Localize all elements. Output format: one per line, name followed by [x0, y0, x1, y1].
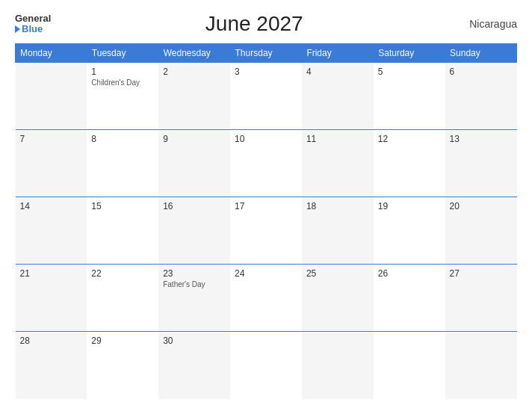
day-number: 5	[378, 67, 441, 77]
day-number: 27	[450, 268, 513, 279]
weekday-sunday: Sunday	[445, 44, 517, 63]
calendar-cell: 5	[374, 63, 445, 130]
day-number: 26	[378, 268, 441, 279]
day-number: 6	[450, 67, 513, 77]
day-number: 13	[450, 134, 513, 144]
calendar-cell: 30	[158, 332, 230, 399]
day-number: 15	[91, 201, 154, 211]
calendar-cell: 23Father's Day	[158, 265, 230, 332]
calendar-cell	[374, 332, 445, 399]
calendar-cell: 12	[374, 130, 445, 197]
day-number: 18	[306, 201, 369, 211]
calendar-cell: 2	[158, 63, 230, 130]
weekday-tuesday: Tuesday	[87, 44, 158, 63]
calendar-cell: 14	[16, 197, 87, 265]
weekday-monday: Monday	[16, 44, 87, 63]
calendar-cell: 15	[87, 197, 158, 265]
calendar-cell: 19	[374, 197, 445, 265]
weekday-thursday: Thursday	[230, 44, 302, 63]
day-number: 29	[91, 336, 154, 346]
calendar-cell: 29	[87, 332, 158, 399]
calendar-cell	[302, 332, 374, 399]
calendar-cell: 4	[302, 63, 374, 130]
logo-triangle-icon	[15, 25, 20, 33]
calendar-cell: 9	[158, 130, 230, 197]
logo-general-text: General	[15, 13, 51, 23]
calendar-body: 1Children's Day2345678910111213141516171…	[16, 63, 517, 400]
day-number: 24	[235, 268, 297, 279]
calendar-cell: 13	[445, 130, 517, 197]
calendar-cell: 6	[445, 63, 517, 130]
calendar-cell: 21	[16, 265, 87, 332]
day-number: 25	[306, 268, 369, 279]
weekday-saturday: Saturday	[374, 44, 445, 63]
week-row-2: 78910111213	[16, 130, 517, 197]
weekday-wednesday: Wednesday	[158, 44, 230, 63]
day-number: 30	[163, 336, 226, 346]
day-number: 1	[91, 67, 154, 77]
calendar-cell: 7	[16, 130, 87, 197]
calendar-cell: 1Children's Day	[87, 63, 158, 130]
week-row-4: 212223Father's Day24252627	[16, 265, 517, 332]
calendar-cell	[445, 332, 517, 399]
calendar-cell: 17	[230, 197, 302, 265]
day-event: Children's Day	[91, 78, 154, 87]
calendar-cell: 20	[445, 197, 517, 265]
calendar-cell: 3	[230, 63, 302, 130]
calendar-cell: 24	[230, 265, 302, 332]
calendar-header: MondayTuesdayWednesdayThursdayFridaySatu…	[16, 44, 517, 63]
day-number: 11	[306, 134, 369, 144]
day-number: 28	[20, 336, 83, 346]
calendar-cell: 27	[445, 265, 517, 332]
day-number: 3	[235, 67, 297, 77]
day-number: 17	[235, 201, 297, 211]
day-number: 10	[235, 134, 297, 144]
calendar-cell: 25	[302, 265, 374, 332]
calendar-cell: 28	[16, 332, 87, 399]
day-number: 21	[20, 268, 83, 279]
week-row-1: 1Children's Day23456	[16, 63, 517, 130]
day-number: 20	[450, 201, 513, 211]
day-number: 8	[91, 134, 154, 144]
day-number: 12	[378, 134, 441, 144]
calendar-cell	[230, 332, 302, 399]
country-label: Nicaragua	[457, 18, 517, 30]
weekday-friday: Friday	[302, 44, 374, 63]
logo: General Blue	[15, 13, 51, 34]
calendar-cell: 18	[302, 197, 374, 265]
day-number: 4	[306, 67, 369, 77]
calendar-cell	[16, 63, 87, 130]
month-title: June 2027	[51, 12, 457, 36]
weekday-header-row: MondayTuesdayWednesdayThursdayFridaySatu…	[16, 44, 517, 63]
day-number: 22	[91, 268, 154, 279]
calendar-table: MondayTuesdayWednesdayThursdayFridaySatu…	[15, 43, 517, 399]
logo-blue-text: Blue	[15, 23, 43, 34]
calendar-cell: 16	[158, 197, 230, 265]
calendar-cell: 10	[230, 130, 302, 197]
day-number: 14	[20, 201, 83, 211]
page-header: General Blue June 2027 Nicaragua	[15, 12, 517, 36]
day-event: Father's Day	[163, 280, 226, 288]
day-number: 19	[378, 201, 441, 211]
day-number: 23	[163, 268, 226, 279]
day-number: 2	[163, 67, 226, 77]
calendar-cell: 22	[87, 265, 158, 332]
calendar-cell: 8	[87, 130, 158, 197]
week-row-5: 282930	[16, 332, 517, 399]
day-number: 9	[163, 134, 226, 144]
calendar-cell: 11	[302, 130, 374, 197]
day-number: 16	[163, 201, 226, 211]
day-number: 7	[20, 134, 83, 144]
week-row-3: 14151617181920	[16, 197, 517, 265]
calendar-cell: 26	[374, 265, 445, 332]
